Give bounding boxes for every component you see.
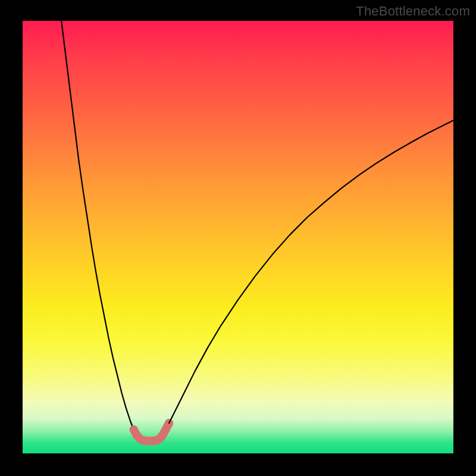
series-group [61,21,453,445]
chart-frame: TheBottleneck.com [0,0,476,476]
right-branch-path [169,120,453,423]
left-branch-path [61,21,134,430]
plot-area [23,21,453,453]
curve-svg [23,21,453,453]
watermark-text: TheBottleneck.com [356,4,470,19]
